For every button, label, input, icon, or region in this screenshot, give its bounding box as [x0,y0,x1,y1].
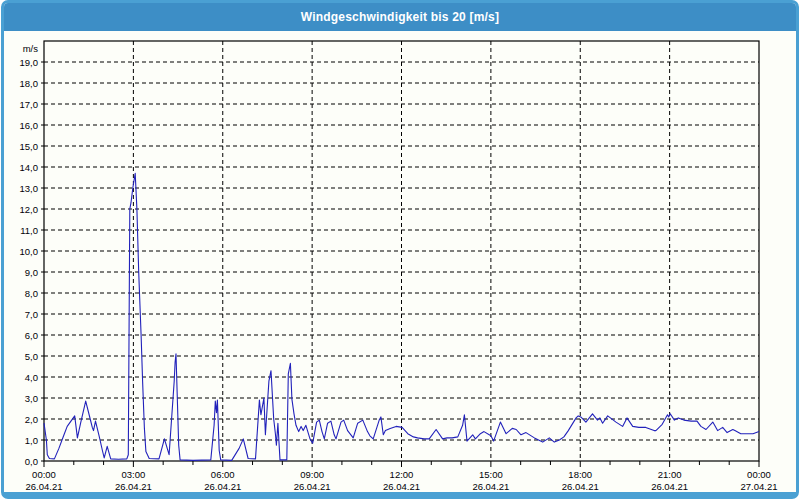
y-tick-label: 8,0 [25,288,38,299]
y-tick-label: 5,0 [25,351,38,362]
y-tick-label: 1,0 [25,435,38,446]
wind-speed-chart: 0,01,02,03,04,05,06,07,08,09,010,011,012… [4,31,796,492]
x-tick-date-label: 26.04.21 [472,481,509,492]
y-tick-label: 7,0 [25,309,38,320]
x-tick-date-label: 26.04.21 [294,481,331,492]
x-tick-time-label: 03:00 [121,469,145,480]
y-tick-label: 9,0 [25,267,38,278]
x-tick-time-label: 21:00 [658,469,682,480]
y-tick-label: 2,0 [25,414,38,425]
y-tick-label: 19,0 [20,57,39,68]
y-tick-label: 10,0 [20,246,39,257]
y-tick-label: 15,0 [20,141,39,152]
x-tick-date-label: 27.04.21 [741,481,778,492]
y-tick-label: 16,0 [20,120,39,131]
x-tick-date-label: 26.04.21 [26,481,63,492]
y-tick-label: 13,0 [20,183,39,194]
x-axis-ticks-and-labels: 00:0026.04.2103:0026.04.2106:0026.04.210… [26,461,778,492]
y-tick-label: 18,0 [20,78,39,89]
app-window: Windgeschwindigkeit bis 20 [m/s] 0,01,02… [1,0,799,499]
x-tick-time-label: 00:00 [32,469,56,480]
x-tick-time-label: 18:00 [568,469,592,480]
x-tick-time-label: 06:00 [211,469,235,480]
x-tick-date-label: 26.04.21 [383,481,420,492]
x-tick-date-label: 26.04.21 [651,481,688,492]
x-tick-date-label: 26.04.21 [562,481,599,492]
y-tick-label: 14,0 [20,162,39,173]
y-tick-label: 17,0 [20,99,39,110]
chart-title: Windgeschwindigkeit bis 20 [m/s] [301,10,499,24]
y-tick-label: 3,0 [25,393,38,404]
chart-panel: 0,01,02,03,04,05,06,07,08,09,010,011,012… [4,31,796,492]
y-gridlines-and-labels: 0,01,02,03,04,05,06,07,08,09,010,011,012… [20,43,760,467]
y-tick-label: 4,0 [25,372,38,383]
title-bar: Windgeschwindigkeit bis 20 [m/s] [4,3,796,31]
x-tick-time-label: 12:00 [390,469,414,480]
y-tick-label: 11,0 [20,225,38,236]
x-tick-time-label: 00:00 [747,469,771,480]
y-tick-label: 12,0 [20,204,39,215]
x-tick-date-label: 26.04.21 [115,481,152,492]
x-tick-date-label: 26.04.21 [204,481,241,492]
y-tick-label: 0,0 [25,456,38,467]
x-tick-time-label: 15:00 [479,469,503,480]
y-tick-label: 6,0 [25,330,38,341]
y-axis-unit-label: m/s [23,43,39,54]
x-tick-time-label: 09:00 [300,469,324,480]
